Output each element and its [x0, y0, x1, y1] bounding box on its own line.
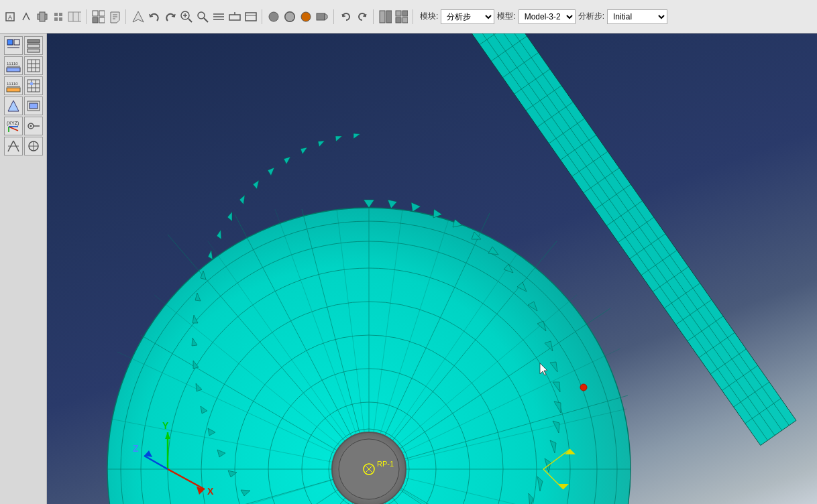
x-axis-label: X: [207, 486, 214, 497]
sidebar-item-3[interactable]: 11110: [4, 56, 23, 75]
y-axis-label: Y: [162, 420, 169, 431]
step-selector-group: 分析步: Initial: [578, 9, 667, 24]
toolbar-redo-icon[interactable]: [354, 9, 369, 24]
toolbar: A: [0, 0, 817, 34]
toolbar-undo-icon[interactable]: [338, 9, 353, 24]
toolbar-icon-3[interactable]: [35, 9, 50, 24]
model-select[interactable]: Model-3-2: [519, 9, 576, 24]
svg-text:A: A: [8, 14, 12, 21]
sidebar-row-4: [4, 97, 43, 115]
sidebar-row-6: [4, 137, 43, 155]
svg-marker-212: [335, 136, 342, 141]
svg-rect-51: [7, 68, 20, 72]
sidebar-item-5[interactable]: 11110: [4, 76, 23, 95]
toolbar-icon-5[interactable]: [91, 9, 105, 24]
svg-line-23: [204, 18, 208, 22]
sidebar-item-9[interactable]: [24, 117, 43, 135]
svg-point-74: [30, 125, 32, 127]
svg-rect-8: [68, 12, 81, 21]
toolbar-zoom-fit-icon[interactable]: [195, 9, 209, 24]
svg-rect-4: [54, 13, 58, 16]
svg-rect-7: [59, 17, 62, 21]
toolbar-rotate-right-icon[interactable]: [162, 9, 177, 24]
svg-rect-52: [28, 60, 40, 72]
toolbar-icon-8[interactable]: [227, 9, 241, 24]
toolbar-icon-2[interactable]: [19, 9, 34, 24]
toolbar-icon-6[interactable]: [107, 9, 121, 24]
svg-marker-208: [268, 168, 274, 176]
sidebar-item-7[interactable]: [4, 97, 23, 115]
toolbar-grid-icon[interactable]: [67, 9, 82, 24]
toolbar-scale-icon[interactable]: [211, 9, 225, 24]
svg-point-31: [269, 12, 278, 21]
svg-rect-3: [40, 12, 45, 21]
model-selector-group: 模型: Model-3-2: [497, 9, 575, 24]
toolbar-step-group: [91, 9, 126, 24]
svg-marker-203: [208, 250, 213, 259]
toolbar-icon-7[interactable]: [130, 9, 145, 24]
svg-rect-39: [396, 11, 401, 16]
svg-rect-48: [28, 49, 40, 52]
toolbar-icon-1[interactable]: A: [3, 9, 17, 24]
svg-rect-29: [246, 13, 256, 21]
toolbar-circle3-icon[interactable]: [298, 9, 313, 24]
svg-rect-38: [386, 11, 392, 23]
svg-rect-27: [229, 15, 240, 20]
toolbar-circle2-icon[interactable]: [282, 9, 297, 24]
svg-rect-5: [59, 13, 62, 16]
svg-rect-37: [380, 11, 385, 23]
toolbar-icon-10[interactable]: [315, 9, 329, 24]
svg-text:11110: 11110: [7, 62, 18, 66]
model-label: 模型:: [497, 11, 515, 22]
svg-marker-211: [318, 141, 325, 147]
svg-rect-44: [14, 40, 19, 45]
svg-rect-41: [396, 17, 401, 23]
svg-point-22: [198, 12, 205, 19]
toolbar-zoom-icon[interactable]: [178, 9, 193, 24]
sidebar-item-2[interactable]: [24, 36, 43, 55]
sidebar-item-6[interactable]: [24, 76, 43, 95]
module-selector-group: 模块: 分析步: [420, 9, 494, 24]
sidebar-item-8[interactable]: [24, 97, 43, 115]
svg-marker-157: [364, 200, 374, 208]
toolbar-icon-11[interactable]: [378, 9, 392, 24]
svg-rect-42: [402, 17, 408, 23]
toolbar-icon-4[interactable]: [51, 9, 66, 24]
svg-rect-60: [28, 80, 40, 92]
svg-marker-207: [253, 180, 259, 189]
svg-point-34: [301, 12, 311, 21]
svg-point-222: [580, 384, 587, 391]
svg-marker-209: [284, 157, 290, 164]
sidebar-item-10[interactable]: [4, 137, 23, 155]
svg-rect-67: [30, 103, 38, 109]
sidebar-item-1[interactable]: [4, 36, 23, 55]
sidebar-row-1: [4, 36, 43, 55]
toolbar-icon-12[interactable]: [394, 9, 408, 24]
viewport[interactable]: RP-1 Y X Z: [47, 34, 817, 504]
toolbar-action-group: [130, 9, 262, 24]
module-select[interactable]: 分析步: [441, 9, 494, 24]
svg-rect-12: [99, 11, 105, 16]
sidebar-item-4[interactable]: [24, 56, 43, 75]
toolbar-view-group: [266, 9, 334, 24]
svg-marker-36: [325, 13, 327, 20]
sidebar-xyz-icon[interactable]: (XYZ): [4, 117, 23, 135]
svg-line-19: [188, 19, 192, 22]
svg-rect-13: [93, 17, 98, 23]
rp-label: RP-1: [377, 460, 394, 468]
toolbar-undo-group: [338, 9, 374, 24]
toolbar-circle1-icon[interactable]: [266, 9, 281, 24]
svg-point-33: [285, 12, 294, 21]
toolbar-icons-left: A: [3, 9, 87, 24]
sidebar-item-11[interactable]: [24, 137, 43, 155]
svg-text:11110: 11110: [7, 82, 18, 86]
z-axis-label: Z: [133, 443, 139, 454]
sidebar-row-3: 11110: [4, 76, 43, 95]
svg-marker-205: [227, 212, 232, 221]
svg-line-69: [9, 127, 18, 131]
toolbar-icon-9[interactable]: [243, 9, 258, 24]
svg-rect-65: [30, 82, 33, 85]
toolbar-rotate-left-icon[interactable]: [146, 9, 161, 24]
step-select[interactable]: Initial: [607, 9, 667, 24]
svg-text:(XYZ): (XYZ): [7, 121, 19, 126]
